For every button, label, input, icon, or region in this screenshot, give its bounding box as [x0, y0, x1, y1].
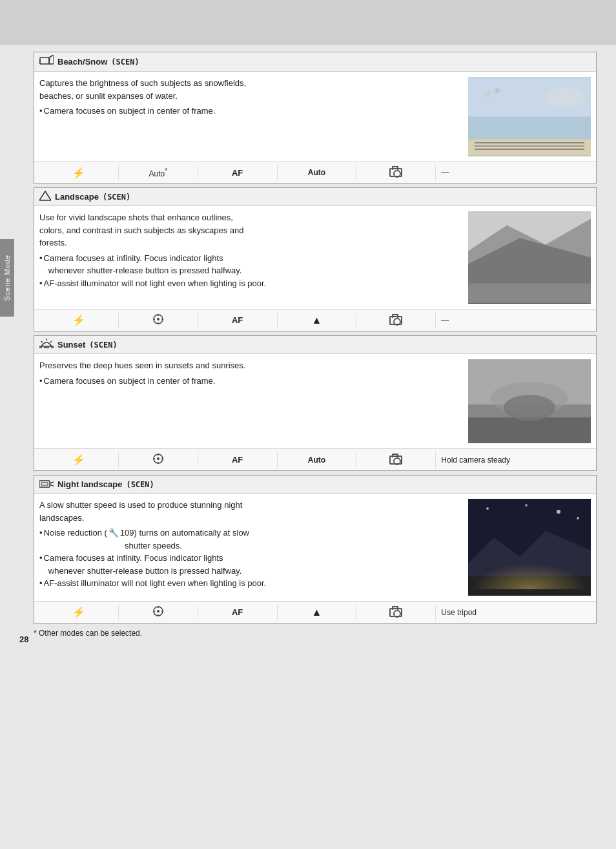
flash-icon: ⚡ [72, 167, 85, 179]
sunset-focus-point-cell: Auto [278, 452, 357, 468]
night-focus-mode-cell: AF [198, 605, 278, 620]
page-number: 28 [19, 634, 28, 644]
beach-snow-settings: ⚡ Auto* AF Auto — [34, 162, 596, 183]
sunset-icon [39, 339, 54, 351]
tripod-cell: — [436, 165, 591, 180]
svg-point-9 [495, 89, 500, 94]
wb-icon-svg [152, 313, 164, 325]
noise-cell [356, 165, 436, 180]
night-scene-svg [468, 499, 591, 596]
night-mountain-icon: ▲ [312, 607, 322, 618]
sunset-tripod-value: Hold camera steady [441, 456, 510, 465]
sunset-section: Sunset (SCEN) Preserves the deep hues se… [34, 335, 597, 471]
night-flash-icon: ⚡ [72, 606, 85, 618]
svg-point-16 [157, 318, 159, 320]
landscape-scene-svg [468, 211, 591, 304]
sunset-image [468, 359, 591, 443]
landscape-flash-cell: ⚡ [39, 313, 119, 328]
landscape-photo [468, 211, 591, 304]
sunset-body: Preserves the deep hues seen in sunsets … [34, 354, 596, 448]
beach-snow-icon [39, 55, 54, 68]
sunset-tripod-cell: Hold camera steady [436, 452, 591, 468]
beach-snow-code: (SCEN) [111, 58, 139, 67]
night-wb-icon-svg [152, 605, 164, 617]
night-landscape-section: Night landscape (SCEN) A slow shutter sp… [34, 475, 597, 624]
svg-marker-10 [39, 191, 51, 200]
svg-point-34 [157, 457, 159, 460]
sunset-flash-cell: ⚡ [39, 452, 119, 468]
night-tripod-cell: Use tripod [436, 605, 591, 620]
landscape-wb-cell [119, 312, 198, 328]
landscape-camera-icon [389, 316, 402, 325]
sunset-focus-mode-cell: AF [198, 452, 278, 468]
camera-icon [389, 168, 402, 177]
sunset-header: Sunset (SCEN) [34, 336, 596, 354]
landscape-af-label: AF [232, 315, 243, 325]
sunset-noise-cell [356, 452, 436, 468]
landscape-bullet-1: Camera focuses at infinity. Focus indica… [39, 252, 463, 277]
night-landscape-icon [39, 478, 54, 490]
sunset-photo [468, 359, 591, 443]
beach-scene-svg [468, 77, 591, 156]
beach-snow-description: Captures the brightness of such subjects… [39, 77, 463, 102]
night-landscape-text: A slow shutter speed is used to produce … [39, 499, 463, 596]
landscape-settings: ⚡ AF ▲ [34, 309, 596, 331]
landscape-body: Use for vivid landscape shots that enhan… [34, 206, 596, 309]
svg-line-24 [50, 341, 52, 342]
content-area: Beach/Snow (SCEN) Captures the brightnes… [0, 0, 616, 657]
sunset-icon-svg [39, 339, 54, 349]
sunset-focus-value: Auto [308, 456, 325, 465]
landscape-icon-svg [39, 191, 51, 201]
beach-snow-text: Captures the brightness of such subjects… [39, 77, 463, 156]
landscape-description: Use for vivid landscape shots that enhan… [39, 211, 463, 249]
af-label: AF [232, 168, 243, 178]
sunset-af-label: AF [232, 455, 243, 465]
svg-line-42 [50, 485, 54, 486]
beach-icon-svg [39, 55, 54, 67]
sunset-wb-icon [152, 453, 164, 466]
landscape-text: Use for vivid landscape shots that enhan… [39, 211, 463, 304]
wb-cell: Auto* [119, 165, 198, 180]
scene-mode-label: Scene Mode [3, 255, 11, 301]
landscape-noise-cell [356, 313, 436, 328]
sunset-title: Sunset [57, 340, 85, 350]
svg-rect-14 [468, 284, 591, 303]
noise-icon-inline: 🔧 [108, 527, 119, 552]
landscape-title: Landscape [55, 192, 99, 202]
beach-snow-section: Beach/Snow (SCEN) Captures the brightnes… [34, 52, 597, 183]
landscape-section: Landscape (SCEN) Use for vivid landscape… [34, 187, 597, 331]
focus-point-cell: Auto [278, 165, 357, 180]
sunset-scene-svg [468, 359, 591, 443]
beach-snow-body: Captures the brightness of such subjects… [34, 72, 596, 162]
landscape-tripod-cell: — [436, 313, 591, 328]
svg-point-47 [525, 504, 528, 507]
landscape-image [468, 211, 591, 304]
sunset-code: (SCEN) [89, 341, 117, 350]
sunset-flash-icon: ⚡ [72, 454, 85, 466]
svg-point-7 [546, 88, 584, 107]
sunset-description: Preserves the deep hues seen in sunsets … [39, 359, 463, 372]
landscape-focus-mode-cell: AF [198, 313, 278, 328]
focus-point-value: Auto [308, 168, 325, 177]
night-noise-cell [356, 605, 436, 620]
landscape-wb-icon [152, 313, 164, 327]
svg-point-48 [577, 517, 579, 519]
landscape-flash-icon: ⚡ [72, 314, 85, 326]
svg-rect-40 [41, 483, 48, 485]
night-landscape-settings: ⚡ AF ▲ [34, 601, 596, 623]
sunset-wb-icon-svg [152, 453, 164, 465]
landscape-focus-point-cell: ▲ [278, 313, 357, 328]
landscape-tripod-value: — [441, 316, 449, 325]
night-landscape-image [468, 499, 591, 596]
footnote: * Other modes can be selected. [34, 629, 597, 638]
night-landscape-photo [468, 499, 591, 596]
sunset-text: Preserves the deep hues seen in sunsets … [39, 359, 463, 443]
sunset-settings: ⚡ AF Auto [34, 448, 596, 470]
landscape-bullet-2: AF-assist illuminator will not light eve… [39, 277, 463, 290]
svg-rect-0 [40, 58, 49, 64]
night-landscape-title: Night landscape [57, 479, 122, 489]
svg-point-52 [157, 610, 159, 613]
night-flash-cell: ⚡ [39, 605, 119, 620]
beach-snow-photo [468, 77, 591, 156]
landscape-code: (SCEN) [103, 193, 130, 202]
